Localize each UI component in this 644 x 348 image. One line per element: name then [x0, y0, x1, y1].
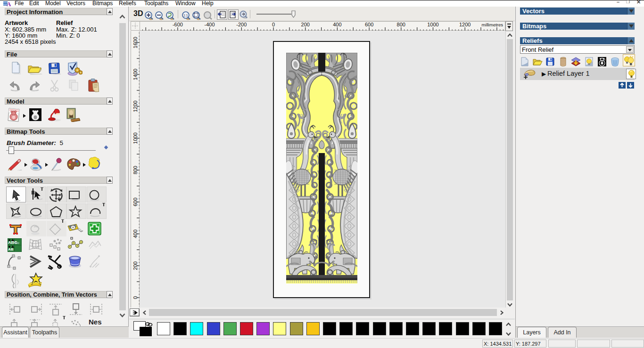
svg-text:A: A — [7, 1, 11, 7]
svg-text:-400: -400 — [205, 22, 215, 27]
svg-text:millimetres: millimetres — [482, 22, 504, 27]
svg-text:800: 800 — [397, 22, 405, 27]
svg-text:1200: 1200 — [459, 22, 471, 27]
svg-text:200: 200 — [301, 22, 310, 27]
svg-text:-600: -600 — [173, 22, 183, 27]
svg-text:400: 400 — [333, 22, 341, 27]
svg-text:AB: AB — [8, 247, 14, 251]
svg-text:1000: 1000 — [427, 22, 438, 27]
svg-text:600: 600 — [365, 22, 373, 27]
svg-text:1:1: 1:1 — [183, 14, 188, 17]
svg-text:Bc: Bc — [15, 241, 19, 245]
svg-text:0: 0 — [272, 22, 275, 27]
svg-text:-200: -200 — [236, 22, 247, 27]
